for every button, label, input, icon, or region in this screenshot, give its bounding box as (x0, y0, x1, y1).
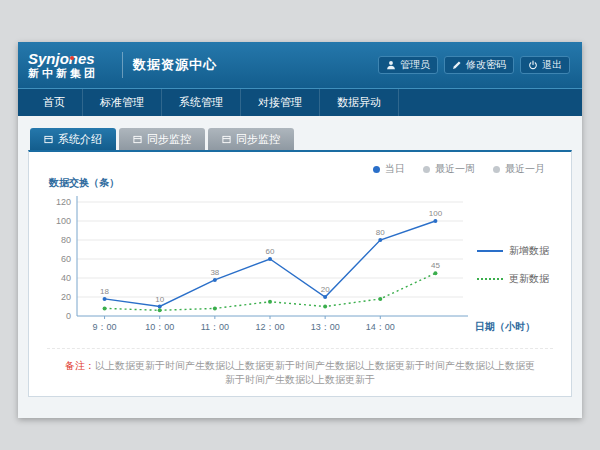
content-area: 系统介绍同步监控同步监控 当日最近一周最近一月 数据交换（条） 02040608… (18, 116, 582, 418)
tab-icon (133, 135, 142, 144)
series-line-sample-icon (477, 250, 503, 252)
data-point (433, 271, 437, 275)
period-filter: 当日最近一周最近一月 (373, 162, 545, 176)
data-point (213, 306, 217, 310)
change-password-label: 修改密码 (466, 59, 506, 71)
data-point (158, 305, 162, 309)
y-tick-label: 120 (56, 197, 71, 207)
period-option-today[interactable]: 当日 (373, 162, 405, 176)
data-point (268, 257, 272, 261)
app-window: Synjones 新中新集团 数据资源中心 管理员修改密码退出 首页标准管理系统… (18, 42, 582, 418)
data-point (433, 219, 437, 223)
nav-item-system[interactable]: 系统管理 (162, 89, 241, 116)
y-tick-label: 40 (61, 273, 71, 283)
period-option-last-month[interactable]: 最近一月 (493, 162, 545, 176)
data-label: 18 (100, 287, 109, 296)
legend-dot-icon (493, 166, 500, 173)
data-point (323, 295, 327, 299)
period-option-label: 最近一月 (505, 162, 545, 176)
tab-icon (44, 135, 53, 144)
nav-item-data-change[interactable]: 数据异动 (320, 89, 399, 116)
period-option-label: 最近一周 (435, 162, 475, 176)
series-legend-item-0: 新增数据 (477, 244, 549, 258)
series-legend-label: 更新数据 (509, 272, 549, 286)
x-tick-label: 11：00 (201, 322, 229, 332)
logout-label: 退出 (542, 59, 562, 71)
series-line-0 (105, 221, 436, 307)
data-point (323, 305, 327, 309)
data-label: 100 (429, 209, 443, 218)
logout-button[interactable]: 退出 (520, 56, 570, 74)
nav-item-home[interactable]: 首页 (26, 89, 83, 116)
series-legend: 新增数据更新数据 (477, 244, 549, 286)
user-icon (386, 60, 396, 70)
footnote-text: 以上数据更新于时间产生数据以上数据更新于时间产生数据以上数据更新于时间产生数据以… (95, 360, 535, 385)
edit-icon (452, 60, 462, 70)
tab-label: 同步监控 (147, 132, 191, 147)
legend-dot-icon (373, 166, 380, 173)
y-tick-label: 20 (61, 292, 71, 302)
series-legend-label: 新增数据 (509, 244, 549, 258)
y-tick-label: 0 (66, 311, 71, 321)
data-label: 80 (376, 228, 385, 237)
tab-label: 同步监控 (236, 132, 280, 147)
x-tick-label: 12：00 (255, 322, 284, 332)
y-tick-label: 80 (61, 235, 71, 245)
nav-item-integration[interactable]: 对接管理 (241, 89, 320, 116)
page-title: 数据资源中心 (133, 56, 217, 74)
tab-bar: 系统介绍同步监控同步监控 (30, 128, 572, 150)
data-point (268, 300, 272, 304)
footnote-label: 备注： (65, 360, 95, 371)
period-option-last-week[interactable]: 最近一周 (423, 162, 475, 176)
data-label: 45 (431, 261, 440, 270)
data-point (103, 297, 107, 301)
chart-panel: 当日最近一周最近一月 数据交换（条） 0204060801001209：0010… (28, 150, 572, 397)
x-tick-label: 10：00 (145, 322, 174, 332)
series-legend-item-1: 更新数据 (477, 272, 549, 286)
app-header: Synjones 新中新集团 数据资源中心 管理员修改密码退出 (18, 42, 582, 88)
data-point (378, 238, 382, 242)
data-label: 38 (210, 268, 219, 277)
x-tick-label: 14：00 (366, 322, 395, 332)
logo-subtitle: 新中新集团 (28, 67, 120, 80)
header-actions: 管理员修改密码退出 (378, 56, 582, 74)
period-option-label: 当日 (385, 162, 405, 176)
series-line-sample-icon (477, 278, 503, 280)
data-point (213, 278, 217, 282)
data-label: 60 (266, 247, 275, 256)
logo: Synjones 新中新集团 (18, 51, 120, 80)
header-divider (122, 52, 123, 78)
data-point (378, 297, 382, 301)
tab-icon (222, 135, 231, 144)
x-tick-label: 9：00 (93, 322, 117, 332)
footnote: 备注：以上数据更新于时间产生数据以上数据更新于时间产生数据以上数据更新于时间产生… (47, 348, 553, 387)
admin-label: 管理员 (400, 59, 430, 71)
data-point (103, 306, 107, 310)
data-label: 20 (321, 285, 330, 294)
y-axis-title: 数据交换（条） (49, 176, 559, 190)
tab-sync-monitor-2[interactable]: 同步监控 (208, 128, 294, 150)
series-line-1 (105, 273, 436, 310)
tab-sync-monitor[interactable]: 同步监控 (119, 128, 205, 150)
tab-label: 系统介绍 (58, 132, 102, 147)
legend-dot-icon (423, 166, 430, 173)
y-tick-label: 60 (61, 254, 71, 264)
y-tick-label: 100 (56, 216, 71, 226)
nav-item-standards[interactable]: 标准管理 (83, 89, 162, 116)
data-point (158, 308, 162, 312)
data-label: 10 (155, 295, 164, 304)
x-tick-label: 13：00 (311, 322, 340, 332)
main-nav: 首页标准管理系统管理对接管理数据异动 (18, 88, 582, 116)
x-axis-title: 日期（小时） (475, 321, 535, 332)
admin-button[interactable]: 管理员 (378, 56, 438, 74)
change-password-button[interactable]: 修改密码 (444, 56, 514, 74)
tab-system-intro[interactable]: 系统介绍 (30, 128, 116, 150)
logout-icon (528, 60, 538, 70)
logo-wordmark: Synjones (28, 51, 120, 67)
logo-dot-icon (70, 56, 74, 60)
